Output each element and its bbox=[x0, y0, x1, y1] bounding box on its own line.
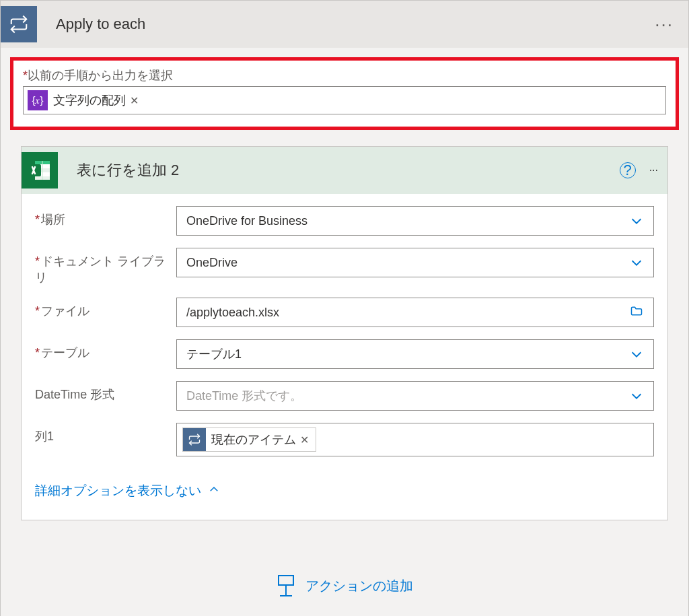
select-output-label: *以前の手順から出力を選択 bbox=[23, 67, 666, 83]
svg-rect-7 bbox=[29, 164, 41, 176]
current-item-token[interactable]: 現在のアイテム ✕ bbox=[182, 427, 316, 452]
chevron-down-icon bbox=[629, 388, 644, 403]
select-output-input[interactable]: {𝑥} 文字列の配列 ✕ bbox=[23, 86, 666, 114]
chevron-down-icon bbox=[629, 213, 644, 228]
remove-token-button[interactable]: ✕ bbox=[130, 94, 139, 107]
add-action-icon bbox=[276, 574, 296, 597]
datetime-placeholder: DateTime 形式です。 bbox=[186, 388, 302, 404]
col1-input[interactable]: 現在のアイテム ✕ bbox=[176, 423, 654, 456]
remove-token-button[interactable]: ✕ bbox=[300, 434, 309, 446]
doclib-row: *ドキュメント ライブラリ OneDrive bbox=[35, 248, 654, 285]
doclib-value: OneDrive bbox=[186, 256, 238, 270]
chevron-down-icon bbox=[629, 255, 644, 270]
apply-to-each-header[interactable]: Apply to each ··· bbox=[1, 1, 688, 48]
excel-form: *場所 OneDrive for Business *ドキュメント ライブラリ … bbox=[22, 194, 667, 474]
location-select[interactable]: OneDrive for Business bbox=[176, 206, 654, 236]
excel-card-header[interactable]: 表に行を追加 2 ? ··· bbox=[22, 147, 667, 194]
apply-to-each-title: Apply to each bbox=[56, 15, 649, 33]
doclib-select[interactable]: OneDrive bbox=[176, 248, 654, 277]
apply-to-each-card: Apply to each ··· *以前の手順から出力を選択 {𝑥} 文字列の… bbox=[0, 0, 689, 616]
add-action-button[interactable]: アクションの追加 bbox=[1, 520, 688, 616]
doclib-label: *ドキュメント ライブラリ bbox=[35, 248, 176, 285]
excel-card-title: 表に行を追加 2 bbox=[77, 160, 620, 180]
help-icon[interactable]: ? bbox=[620, 162, 636, 178]
table-select[interactable]: テーブル1 bbox=[176, 339, 654, 369]
col1-label: 列1 bbox=[35, 423, 176, 444]
add-action-label: アクションの追加 bbox=[305, 577, 413, 595]
expression-icon: {𝑥} bbox=[28, 90, 48, 110]
file-value: /applytoeach.xlsx bbox=[186, 306, 279, 320]
table-row-field: *テーブル テーブル1 bbox=[35, 339, 654, 369]
location-label: *場所 bbox=[35, 206, 176, 228]
token-label: 文字列の配列 bbox=[53, 92, 126, 108]
excel-add-row-card: 表に行を追加 2 ? ··· *場所 OneDrive for Business… bbox=[21, 146, 668, 520]
hide-advanced-options-link[interactable]: 詳細オプションを表示しない bbox=[22, 474, 667, 520]
svg-rect-8 bbox=[279, 576, 293, 585]
col1-row: 列1 現在のアイテム bbox=[35, 423, 654, 456]
select-output-section: *以前の手順から出力を選択 {𝑥} 文字列の配列 ✕ bbox=[10, 57, 679, 130]
table-value: テーブル1 bbox=[186, 346, 242, 362]
location-row: *場所 OneDrive for Business bbox=[35, 206, 654, 236]
string-array-token[interactable]: {𝑥} 文字列の配列 ✕ bbox=[28, 90, 139, 110]
file-row: *ファイル /applytoeach.xlsx bbox=[35, 298, 654, 327]
loop-icon bbox=[1, 6, 37, 42]
chevron-up-icon bbox=[208, 483, 220, 499]
loop-icon bbox=[183, 428, 206, 451]
file-input[interactable]: /applytoeach.xlsx bbox=[176, 298, 654, 327]
file-label: *ファイル bbox=[35, 298, 176, 319]
apply-to-each-menu-button[interactable]: ··· bbox=[649, 14, 679, 35]
datetime-select[interactable]: DateTime 形式です。 bbox=[176, 381, 654, 411]
datetime-row: DateTime 形式 DateTime 形式です。 bbox=[35, 381, 654, 411]
table-label: *テーブル bbox=[35, 339, 176, 361]
location-value: OneDrive for Business bbox=[186, 214, 307, 228]
token-label: 現在のアイテム bbox=[211, 432, 296, 448]
excel-icon bbox=[22, 152, 58, 189]
chevron-down-icon bbox=[629, 347, 644, 362]
datetime-label: DateTime 形式 bbox=[35, 381, 176, 403]
excel-card-menu-button[interactable]: ··· bbox=[649, 164, 658, 176]
folder-icon[interactable] bbox=[629, 304, 644, 321]
